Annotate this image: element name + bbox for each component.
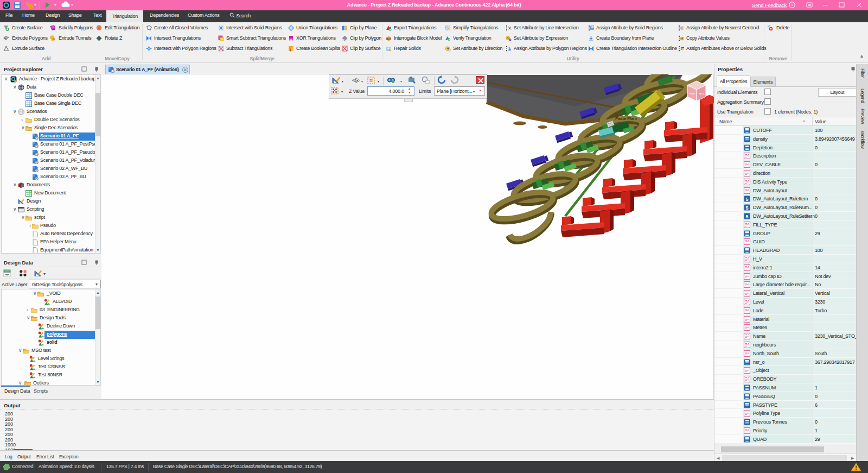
svg-text:RIGHT: RIGHT bbox=[690, 93, 696, 95]
svg-text:5: 5 bbox=[745, 214, 748, 219]
svg-text:?: ? bbox=[791, 3, 794, 8]
svg-text:5: 5 bbox=[745, 205, 748, 211]
svg-text:fx: fx bbox=[507, 36, 509, 40]
svg-text:Paste Plant: Paste Plant bbox=[615, 116, 637, 121]
svg-text:BACK: BACK bbox=[699, 93, 704, 95]
svg-text:5: 5 bbox=[745, 197, 748, 202]
